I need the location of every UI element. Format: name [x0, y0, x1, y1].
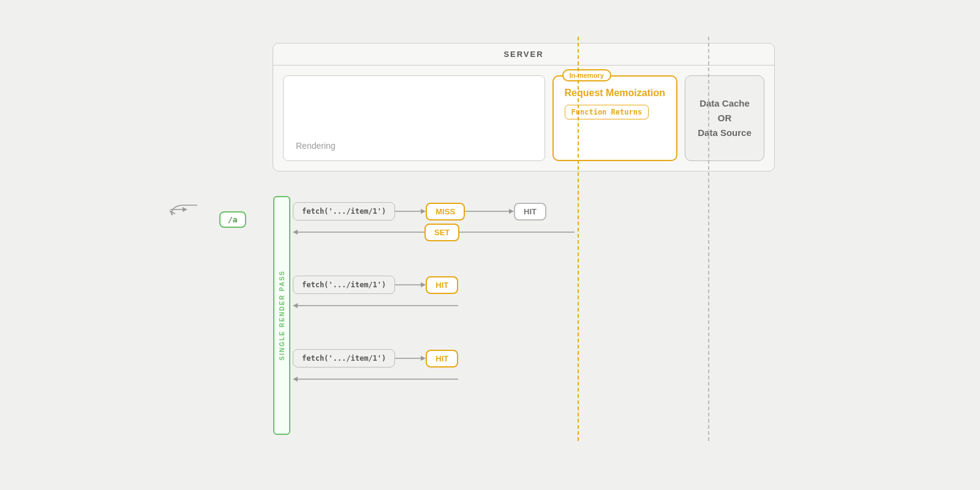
hit-badge-2: HIT — [426, 276, 458, 294]
render-pass-label: SINGLE RENDER PASS — [279, 270, 285, 361]
data-cache-text: Data CacheORData Source — [698, 96, 752, 140]
row-2: fetch('.../item/1') HIT — [293, 276, 458, 294]
svg-marker-5 — [509, 209, 514, 214]
fetch-box-2: fetch('.../item/1') — [293, 276, 395, 294]
route-curve-arrow — [165, 203, 202, 221]
hit-badge-1: HIT — [514, 203, 546, 221]
route-label: /a — [219, 211, 246, 228]
cache-vertical-line — [708, 37, 709, 441]
row-1: fetch('.../item/1') MISS HIT — [293, 202, 546, 221]
return-row-3 — [293, 375, 458, 383]
set-row: SET — [293, 228, 575, 236]
svg-marker-11 — [293, 303, 298, 308]
server-label: SERVER — [273, 43, 774, 66]
arrow-miss-to-hit — [465, 207, 514, 216]
svg-marker-3 — [421, 209, 426, 214]
return-arrow-3 — [293, 375, 458, 383]
memoization-box: In-memory Request Memoization Function R… — [552, 75, 677, 161]
memoization-title: Request Memoization — [565, 88, 665, 99]
hit-badge-3: HIT — [426, 350, 458, 368]
rendering-box: Rendering — [283, 75, 545, 161]
set-badge: SET — [424, 224, 459, 241]
arrow-fetch-to-hit2 — [395, 281, 426, 289]
server-box: SERVER Rendering In-memory Request Memoi… — [273, 43, 775, 172]
arrow-fetch-to-hit3 — [395, 354, 426, 363]
miss-badge: MISS — [426, 203, 465, 221]
arrow-fetch-to-miss — [395, 207, 426, 216]
svg-marker-13 — [421, 356, 426, 361]
return-arrow-2 — [293, 301, 458, 310]
memo-vertical-line — [578, 37, 579, 441]
svg-marker-9 — [421, 282, 426, 287]
in-memory-badge: In-memory — [562, 69, 611, 81]
svg-marker-7 — [293, 230, 298, 235]
render-pass-bar: SINGLE RENDER PASS — [273, 196, 290, 435]
return-row-2 — [293, 301, 458, 310]
fetch-box-3: fetch('.../item/1') — [293, 349, 395, 368]
fetch-box-1: fetch('.../item/1') — [293, 202, 395, 221]
svg-marker-15 — [293, 377, 298, 382]
row-3: fetch('.../item/1') HIT — [293, 349, 458, 368]
data-cache-box: Data CacheORData Source — [685, 75, 764, 161]
rendering-label: Rendering — [296, 141, 532, 151]
